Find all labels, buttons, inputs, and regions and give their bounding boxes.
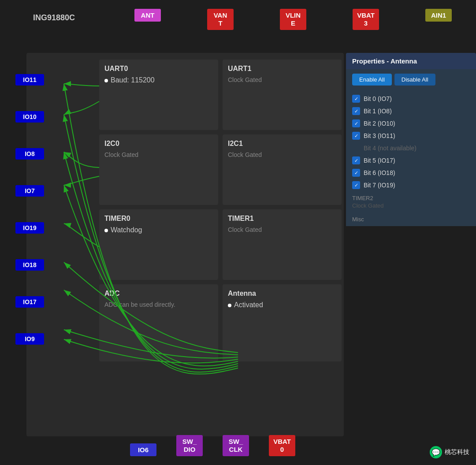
antenna-dot [228, 304, 231, 307]
bit4-label: Bit 4 (not available) [364, 145, 416, 152]
bottom-pin-vbat0[interactable]: VBAT0 [269, 435, 295, 456]
timer0-title: TIMER0 [104, 215, 213, 223]
adc-status: ADC can be used directly. [104, 301, 213, 308]
pin-vline-label[interactable]: VLINE [280, 9, 306, 30]
peripheral-timer0[interactable]: TIMER0 Watchdog [99, 209, 218, 280]
io-pin-io7[interactable]: IO7 [15, 185, 44, 197]
bit2-label: Bit 2 (IO10) [364, 120, 395, 127]
top-pin-vline[interactable]: VLINE [273, 9, 313, 30]
prop-bit2[interactable]: ✓ Bit 2 (IO10) [352, 117, 470, 130]
prop-bit0[interactable]: ✓ Bit 0 (IO7) [352, 93, 470, 105]
properties-header: Properties - Antenna [346, 53, 476, 69]
bit1-label: Bit 1 (IO8) [364, 108, 392, 115]
top-pins-row: ANT VANT VLINE VBAT3 AIN1 [128, 9, 467, 30]
pin-ain1-label[interactable]: AIN1 [425, 9, 452, 22]
timer1-status: Clock Gated [228, 226, 336, 233]
properties-buttons: Enable All Disable All [346, 69, 476, 90]
wechat-icon: 💬 [430, 446, 442, 458]
io-pin-io17[interactable]: IO17 [15, 296, 44, 308]
prop-bit7[interactable]: ✓ Bit 7 (IO19) [352, 179, 470, 191]
antenna-status: Activated [228, 301, 336, 309]
top-pin-vbat3[interactable]: VBAT3 [346, 9, 386, 30]
io-pin-io10[interactable]: IO10 [15, 111, 44, 123]
prop-bit5[interactable]: ✓ Bit 5 (IO17) [352, 154, 470, 167]
watermark: 💬 桃芯科技 [430, 446, 469, 458]
bit1-checkbox[interactable]: ✓ [352, 107, 360, 115]
left-pins: IO11 IO10 IO8 IO7 IO19 IO18 IO17 IO9 [15, 74, 44, 370]
bottom-pins-row: IO6 SW_DIO SW_CLK VBAT0 [130, 435, 295, 456]
pin-io6-label[interactable]: IO6 [130, 443, 156, 456]
i2c0-status: Clock Gated [104, 151, 213, 158]
pin-vant-label[interactable]: VANT [207, 9, 234, 30]
chip-label: ING91880C [33, 13, 75, 22]
timer1-title: TIMER1 [228, 215, 336, 223]
bit0-checkbox[interactable]: ✓ [352, 95, 360, 103]
peripheral-uart0[interactable]: UART0 Baud: 115200 [99, 60, 218, 130]
io-pin-io11[interactable]: IO11 [15, 74, 44, 86]
pin-swdio-label[interactable]: SW_DIO [176, 435, 203, 456]
bit6-checkbox[interactable]: ✓ [352, 169, 360, 177]
uart1-status: Clock Gated [228, 76, 336, 83]
top-pin-ain1[interactable]: AIN1 [419, 9, 458, 30]
properties-items: ✓ Bit 0 (IO7) ✓ Bit 1 (IO8) ✓ Bit 2 (IO1… [346, 90, 476, 226]
i2c1-status: Clock Gated [228, 151, 336, 158]
bit3-label: Bit 3 (IO11) [364, 132, 395, 139]
timer2-section-title: TIMER2 [352, 191, 470, 202]
uart0-status: Baud: 115200 [104, 76, 213, 84]
io-pin-io18[interactable]: IO18 [15, 259, 44, 271]
watermark-text: 桃芯科技 [445, 448, 469, 456]
uart1-title: UART1 [228, 65, 336, 73]
timer2-status: Clock Gated [352, 202, 470, 212]
pin-ant-label[interactable]: ANT [134, 9, 161, 22]
peripheral-uart1[interactable]: UART1 Clock Gated [223, 60, 342, 130]
top-pin-vant[interactable]: VANT [201, 9, 240, 30]
i2c1-title: I2C1 [228, 140, 336, 148]
bottom-pin-swdio[interactable]: SW_DIO [176, 435, 203, 456]
i2c0-title: I2C0 [104, 140, 213, 148]
prop-bit4: Bit 4 (not available) [352, 142, 470, 154]
bit7-label: Bit 7 (IO19) [364, 182, 395, 189]
misc-section-title: Misc [352, 212, 470, 223]
bit6-label: Bit 6 (IO18) [364, 169, 395, 176]
io-pin-io8[interactable]: IO8 [15, 148, 44, 160]
uart0-title: UART0 [104, 65, 213, 73]
peripheral-antenna[interactable]: Antenna Activated [223, 284, 342, 361]
bottom-pin-io6[interactable]: IO6 [130, 443, 156, 456]
peripheral-adc[interactable]: ADC ADC can be used directly. [99, 284, 218, 361]
bit3-checkbox[interactable]: ✓ [352, 132, 360, 140]
bit5-checkbox[interactable]: ✓ [352, 156, 360, 164]
timer0-status: Watchdog [104, 226, 213, 234]
peripheral-i2c1[interactable]: I2C1 Clock Gated [223, 134, 342, 205]
enable-all-button[interactable]: Enable All [352, 74, 392, 86]
pin-vbat0-label[interactable]: VBAT0 [269, 435, 295, 456]
prop-bit1[interactable]: ✓ Bit 1 (IO8) [352, 105, 470, 117]
bit5-label: Bit 5 (IO17) [364, 157, 395, 164]
main-container: ING91880C ANT VANT VLINE VBAT3 AIN1 IO11… [0, 0, 476, 465]
disable-all-button[interactable]: Disable All [394, 74, 435, 86]
prop-bit6[interactable]: ✓ Bit 6 (IO18) [352, 167, 470, 179]
peripherals-grid: UART0 Baud: 115200 UART1 Clock Gated I2C… [99, 60, 342, 361]
bit7-checkbox[interactable]: ✓ [352, 181, 360, 189]
pin-vbat3-label[interactable]: VBAT3 [353, 9, 379, 30]
bit0-label: Bit 0 (IO7) [364, 95, 392, 102]
properties-panel: Properties - Antenna Enable All Disable … [346, 53, 476, 226]
io-pin-io9[interactable]: IO9 [15, 333, 44, 345]
top-pin-ant[interactable]: ANT [128, 9, 167, 30]
bit4-checkbox-empty [352, 144, 360, 152]
antenna-title: Antenna [228, 290, 336, 298]
adc-title: ADC [104, 290, 213, 298]
timer0-dot [104, 229, 108, 232]
uart0-dot [104, 79, 108, 82]
prop-bit3[interactable]: ✓ Bit 3 (IO11) [352, 130, 470, 142]
bit2-checkbox[interactable]: ✓ [352, 119, 360, 127]
io-pin-io19[interactable]: IO19 [15, 222, 44, 234]
pin-swclk-label[interactable]: SW_CLK [223, 435, 249, 456]
peripheral-i2c0[interactable]: I2C0 Clock Gated [99, 134, 218, 205]
bottom-pin-swclk[interactable]: SW_CLK [223, 435, 249, 456]
peripheral-timer1[interactable]: TIMER1 Clock Gated [223, 209, 342, 280]
